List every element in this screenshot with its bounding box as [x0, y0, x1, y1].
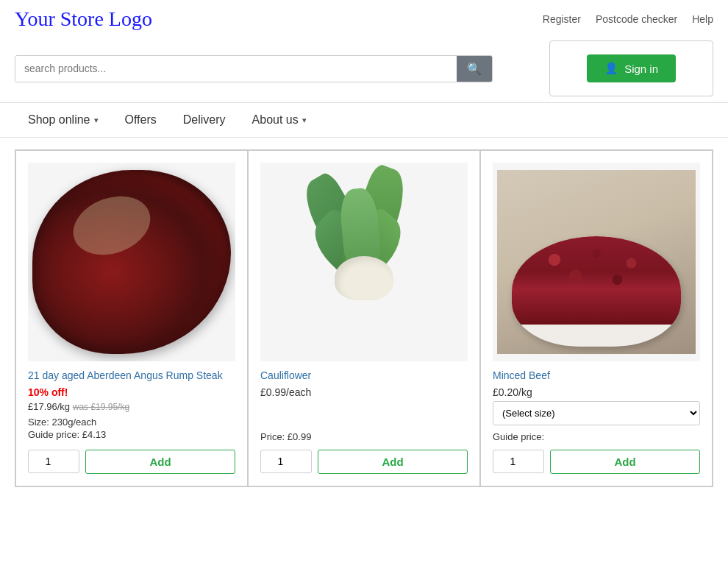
search-icon: 🔍 [467, 63, 482, 75]
quantity-input[interactable] [28, 450, 79, 473]
nav-bar: Shop online ▾ Offers Delivery About us ▾ [0, 102, 728, 138]
size-guide: Size: 230g/each [28, 417, 235, 428]
guide-price: Guide price: [493, 431, 700, 442]
product-price: £0.99/each [260, 386, 468, 398]
postcode-checker-link[interactable]: Postcode checker [596, 13, 677, 25]
search-box: 🔍 [15, 55, 493, 82]
product-name: 21 day aged Aberdeen Angus Rump Steak [28, 369, 235, 383]
search-signin-row: 🔍 👤 Sign in [0, 35, 728, 102]
nav-about-us[interactable]: About us ▾ [239, 103, 320, 137]
cauliflower-head-graphic [335, 256, 393, 300]
add-button[interactable]: Add [318, 450, 468, 474]
top-bar: Your Store Logo Register Postcode checke… [0, 0, 728, 35]
product-image-steak [28, 163, 235, 361]
product-name: Cauliflower [260, 369, 468, 383]
size-select[interactable]: (Select size) [493, 401, 700, 425]
register-link[interactable]: Register [543, 13, 581, 25]
top-links: Register Postcode checker Help [543, 13, 713, 25]
product-image-cauliflower [260, 163, 468, 361]
nav-delivery[interactable]: Delivery [170, 103, 239, 137]
help-link[interactable]: Help [692, 13, 713, 25]
nav-offers[interactable]: Offers [112, 103, 170, 137]
product-name: Minced Beef [493, 369, 700, 383]
price-line: £17.96/kg was £19.95/kg [28, 401, 235, 412]
products-grid: 21 day aged Aberdeen Angus Rump Steak 10… [15, 149, 713, 487]
search-button[interactable]: 🔍 [457, 56, 492, 82]
product-card-cauliflower: Cauliflower £0.99/each Price: £0.99 Add [248, 150, 480, 486]
was-price: was £19.95/kg [73, 402, 129, 412]
add-to-cart-row: Add [260, 450, 468, 474]
store-logo: Your Store Logo [15, 7, 152, 31]
quantity-input[interactable] [260, 450, 312, 473]
signin-box: 👤 Sign in [549, 40, 713, 96]
add-to-cart-row: Add [493, 450, 700, 474]
guide-price: Guide price: £4.13 [28, 429, 235, 440]
product-image-mince [493, 163, 700, 361]
discount-badge: 10% off! [28, 386, 235, 398]
nav-shop-online[interactable]: Shop online ▾ [15, 103, 112, 137]
user-icon: 👤 [604, 62, 618, 75]
chevron-down-icon: ▾ [94, 116, 99, 125]
add-to-cart-row: Add [28, 450, 235, 474]
signin-button[interactable]: 👤 Sign in [587, 54, 676, 82]
product-card-mince: Minced Beef £0.20/kg (Select size) Guide… [480, 150, 713, 486]
price-label: Price: £0.99 [260, 431, 468, 442]
quantity-input[interactable] [493, 450, 544, 473]
add-button[interactable]: Add [550, 450, 700, 474]
mince-texture-graphic [527, 240, 666, 306]
product-price: £0.20/kg [493, 386, 700, 398]
current-price: £17.96/kg [28, 401, 70, 412]
mince-bowl-graphic [512, 236, 681, 347]
product-card-steak: 21 day aged Aberdeen Angus Rump Steak 10… [15, 150, 248, 486]
cauliflower-image-graphic [283, 166, 445, 358]
search-input[interactable] [15, 56, 457, 82]
steak-image-graphic [32, 170, 231, 354]
mince-image-graphic [497, 170, 696, 354]
products-section: 21 day aged Aberdeen Angus Rump Steak 10… [0, 138, 728, 499]
chevron-down-icon: ▾ [302, 116, 307, 125]
add-button[interactable]: Add [85, 450, 235, 474]
